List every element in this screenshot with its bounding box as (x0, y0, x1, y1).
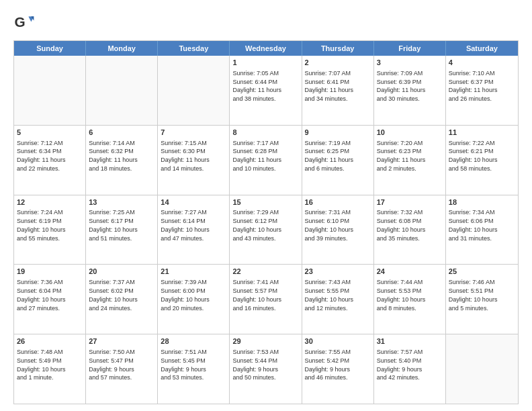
day-cell-27: 27Sunrise: 7:50 AM Sunset: 5:47 PM Dayli… (86, 334, 158, 404)
day-cell-20: 20Sunrise: 7:37 AM Sunset: 6:02 PM Dayli… (86, 265, 158, 334)
day-cell-3: 3Sunrise: 7:09 AM Sunset: 6:39 PM Daylig… (374, 56, 446, 125)
empty-cell (14, 56, 86, 125)
day-info: Sunrise: 7:27 AM Sunset: 6:14 PM Dayligh… (161, 209, 210, 241)
day-cell-29: 29Sunrise: 7:53 AM Sunset: 5:44 PM Dayli… (230, 334, 302, 404)
calendar-header: SundayMondayTuesdayWednesdayThursdayFrid… (14, 41, 518, 56)
empty-cell (158, 56, 230, 125)
day-info: Sunrise: 7:20 AM Sunset: 6:23 PM Dayligh… (377, 140, 426, 172)
day-cell-19: 19Sunrise: 7:36 AM Sunset: 6:04 PM Dayli… (14, 265, 86, 334)
svg-text:G: G (15, 14, 26, 30)
day-cell-13: 13Sunrise: 7:25 AM Sunset: 6:17 PM Dayli… (86, 195, 158, 265)
day-info: Sunrise: 7:46 AM Sunset: 5:51 PM Dayligh… (449, 279, 498, 311)
day-number: 25 (449, 267, 515, 277)
day-number: 21 (161, 267, 226, 277)
day-cell-12: 12Sunrise: 7:24 AM Sunset: 6:19 PM Dayli… (14, 195, 86, 265)
header-day-tuesday: Tuesday (158, 41, 230, 56)
day-cell-23: 23Sunrise: 7:43 AM Sunset: 5:55 PM Dayli… (302, 265, 374, 334)
day-number: 6 (89, 128, 154, 138)
day-cell-4: 4Sunrise: 7:10 AM Sunset: 6:37 PM Daylig… (446, 56, 518, 125)
day-info: Sunrise: 7:37 AM Sunset: 6:02 PM Dayligh… (89, 279, 138, 311)
day-cell-1: 1Sunrise: 7:05 AM Sunset: 6:44 PM Daylig… (230, 56, 302, 125)
calendar-week-2: 5Sunrise: 7:12 AM Sunset: 6:34 PM Daylig… (14, 126, 518, 195)
day-info: Sunrise: 7:12 AM Sunset: 6:34 PM Dayligh… (17, 140, 66, 172)
day-cell-17: 17Sunrise: 7:32 AM Sunset: 6:08 PM Dayli… (374, 195, 446, 265)
day-number: 19 (17, 267, 83, 277)
logo-icon: G (13, 12, 35, 34)
day-number: 20 (89, 267, 154, 277)
day-info: Sunrise: 7:41 AM Sunset: 5:57 PM Dayligh… (232, 279, 281, 311)
day-info: Sunrise: 7:19 AM Sunset: 6:25 PM Dayligh… (305, 140, 354, 172)
day-cell-8: 8Sunrise: 7:17 AM Sunset: 6:28 PM Daylig… (230, 126, 302, 195)
day-number: 9 (305, 128, 371, 138)
day-info: Sunrise: 7:25 AM Sunset: 6:17 PM Dayligh… (89, 209, 138, 241)
day-cell-11: 11Sunrise: 7:22 AM Sunset: 6:21 PM Dayli… (446, 126, 518, 195)
day-cell-18: 18Sunrise: 7:34 AM Sunset: 6:06 PM Dayli… (446, 195, 518, 265)
header-day-sunday: Sunday (14, 41, 86, 56)
header: G (13, 12, 519, 34)
empty-cell (446, 334, 518, 404)
day-number: 16 (305, 197, 371, 208)
calendar-week-3: 12Sunrise: 7:24 AM Sunset: 6:19 PM Dayli… (14, 195, 518, 265)
day-info: Sunrise: 7:17 AM Sunset: 6:28 PM Dayligh… (232, 140, 281, 172)
day-cell-28: 28Sunrise: 7:51 AM Sunset: 5:45 PM Dayli… (158, 334, 230, 404)
header-day-thursday: Thursday (302, 41, 374, 56)
day-info: Sunrise: 7:34 AM Sunset: 6:06 PM Dayligh… (449, 209, 498, 241)
day-number: 27 (89, 336, 154, 347)
day-info: Sunrise: 7:29 AM Sunset: 6:12 PM Dayligh… (232, 209, 281, 241)
day-cell-21: 21Sunrise: 7:39 AM Sunset: 6:00 PM Dayli… (158, 265, 230, 334)
day-info: Sunrise: 7:05 AM Sunset: 6:44 PM Dayligh… (232, 70, 281, 102)
header-day-monday: Monday (86, 41, 158, 56)
day-number: 30 (305, 336, 371, 347)
day-cell-26: 26Sunrise: 7:48 AM Sunset: 5:49 PM Dayli… (14, 334, 86, 404)
header-day-saturday: Saturday (446, 41, 518, 56)
day-cell-22: 22Sunrise: 7:41 AM Sunset: 5:57 PM Dayli… (230, 265, 302, 334)
day-number: 31 (377, 336, 443, 347)
day-cell-25: 25Sunrise: 7:46 AM Sunset: 5:51 PM Dayli… (446, 265, 518, 334)
day-info: Sunrise: 7:55 AM Sunset: 5:42 PM Dayligh… (305, 349, 351, 381)
day-number: 24 (377, 267, 443, 277)
header-day-friday: Friday (374, 41, 446, 56)
day-cell-2: 2Sunrise: 7:07 AM Sunset: 6:41 PM Daylig… (302, 56, 374, 125)
day-info: Sunrise: 7:14 AM Sunset: 6:32 PM Dayligh… (89, 140, 138, 172)
day-cell-16: 16Sunrise: 7:31 AM Sunset: 6:10 PM Dayli… (302, 195, 374, 265)
day-info: Sunrise: 7:15 AM Sunset: 6:30 PM Dayligh… (161, 140, 210, 172)
day-number: 17 (377, 197, 443, 208)
day-number: 28 (161, 336, 226, 347)
day-cell-14: 14Sunrise: 7:27 AM Sunset: 6:14 PM Dayli… (158, 195, 230, 265)
day-number: 3 (377, 58, 443, 68)
calendar-week-5: 26Sunrise: 7:48 AM Sunset: 5:49 PM Dayli… (14, 334, 518, 404)
day-cell-15: 15Sunrise: 7:29 AM Sunset: 6:12 PM Dayli… (230, 195, 302, 265)
day-number: 12 (17, 197, 83, 208)
day-cell-5: 5Sunrise: 7:12 AM Sunset: 6:34 PM Daylig… (14, 126, 86, 195)
day-cell-7: 7Sunrise: 7:15 AM Sunset: 6:30 PM Daylig… (158, 126, 230, 195)
day-number: 10 (377, 128, 443, 138)
day-info: Sunrise: 7:44 AM Sunset: 5:53 PM Dayligh… (377, 279, 426, 311)
day-number: 14 (161, 197, 226, 208)
day-info: Sunrise: 7:09 AM Sunset: 6:39 PM Dayligh… (377, 70, 426, 102)
day-cell-10: 10Sunrise: 7:20 AM Sunset: 6:23 PM Dayli… (374, 126, 446, 195)
day-info: Sunrise: 7:50 AM Sunset: 5:47 PM Dayligh… (89, 349, 135, 381)
day-info: Sunrise: 7:39 AM Sunset: 6:00 PM Dayligh… (161, 279, 210, 311)
day-cell-6: 6Sunrise: 7:14 AM Sunset: 6:32 PM Daylig… (86, 126, 158, 195)
day-cell-31: 31Sunrise: 7:57 AM Sunset: 5:40 PM Dayli… (374, 334, 446, 404)
day-info: Sunrise: 7:51 AM Sunset: 5:45 PM Dayligh… (161, 349, 207, 381)
day-number: 22 (232, 267, 298, 277)
day-cell-9: 9Sunrise: 7:19 AM Sunset: 6:25 PM Daylig… (302, 126, 374, 195)
day-number: 5 (17, 128, 83, 138)
day-number: 8 (232, 128, 298, 138)
calendar-week-4: 19Sunrise: 7:36 AM Sunset: 6:04 PM Dayli… (14, 265, 518, 334)
day-info: Sunrise: 7:24 AM Sunset: 6:19 PM Dayligh… (17, 209, 66, 241)
page: G SundayMondayTuesdayWednesdayThursdayFr… (0, 0, 532, 411)
calendar-week-1: 1Sunrise: 7:05 AM Sunset: 6:44 PM Daylig… (14, 56, 518, 126)
day-number: 26 (17, 336, 83, 347)
calendar: SundayMondayTuesdayWednesdayThursdayFrid… (13, 40, 519, 404)
day-info: Sunrise: 7:22 AM Sunset: 6:21 PM Dayligh… (449, 140, 498, 172)
day-number: 15 (232, 197, 298, 208)
logo: G (13, 12, 38, 34)
day-number: 7 (161, 128, 226, 138)
day-info: Sunrise: 7:31 AM Sunset: 6:10 PM Dayligh… (305, 209, 354, 241)
day-number: 18 (449, 197, 515, 208)
day-info: Sunrise: 7:43 AM Sunset: 5:55 PM Dayligh… (305, 279, 354, 311)
day-info: Sunrise: 7:36 AM Sunset: 6:04 PM Dayligh… (17, 279, 66, 311)
calendar-body: 1Sunrise: 7:05 AM Sunset: 6:44 PM Daylig… (14, 56, 518, 404)
